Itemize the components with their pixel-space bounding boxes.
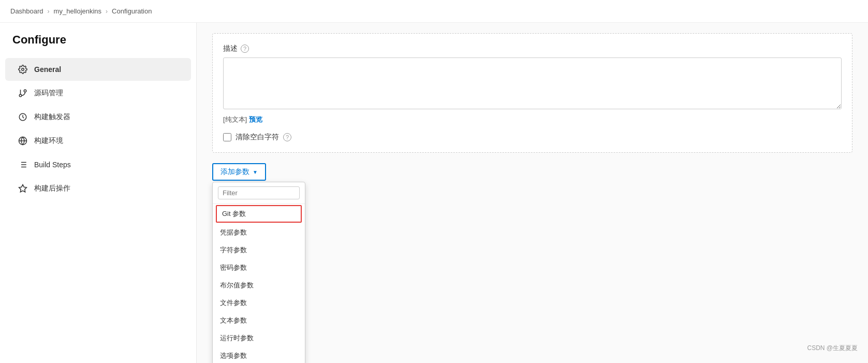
clear-whitespace-checkbox[interactable]	[223, 133, 231, 141]
sidebar-item-build-env[interactable]: 构建环境	[5, 129, 191, 152]
breadcrumb-sep-1: ›	[48, 8, 50, 15]
clear-whitespace-row: 清除空白字符 ?	[223, 133, 842, 142]
sidebar-item-env-label: 构建环境	[34, 136, 63, 146]
description-help-icon[interactable]: ?	[241, 45, 249, 53]
clear-whitespace-label: 清除空白字符	[236, 133, 279, 142]
breadcrumb: Dashboard › my_hellojenkins › Configurat…	[0, 0, 868, 23]
sidebar-item-build-steps[interactable]: Build Steps	[5, 153, 191, 176]
svg-point-2	[24, 90, 26, 92]
content-area: 描述 ? [纯文本] 预览 清除空白字符 ? 添加参数 ▼	[197, 23, 868, 363]
dropdown-filter-container	[213, 182, 305, 204]
sidebar-item-general-label: General	[34, 65, 61, 74]
sidebar-item-triggers-label: 构建触发器	[34, 112, 70, 122]
list-icon	[18, 159, 28, 170]
source-section-header: 源码	[212, 209, 852, 221]
diamond-icon	[18, 183, 28, 194]
description-textarea[interactable]	[223, 57, 842, 109]
svg-marker-13	[19, 185, 27, 192]
dropdown-item-git-param[interactable]: Git 参数	[216, 205, 302, 223]
none-radio-row	[212, 226, 852, 233]
sidebar-item-general[interactable]: General	[5, 58, 191, 81]
breadcrumb-current: Configuration	[112, 7, 152, 15]
dropdown-item-bool-param[interactable]: 布尔值参数	[213, 277, 305, 294]
breadcrumb-project[interactable]: my_hellojenkins	[54, 7, 102, 15]
preview-link[interactable]: 预览	[249, 115, 262, 123]
branch-icon	[18, 88, 28, 98]
dropdown-item-runtime-param[interactable]: 运行时参数	[213, 329, 305, 347]
plain-text-label: [纯文本]	[223, 115, 247, 123]
add-param-dropdown: Git 参数 凭据参数 字符参数 密码参数 布尔值参数 文件参数 文本参数 运行…	[212, 182, 305, 363]
sidebar-item-source-code[interactable]: 源码管理	[5, 82, 191, 105]
clock-icon	[18, 112, 28, 122]
dropdown-item-option-param[interactable]: 选项参数	[213, 347, 305, 363]
globe-icon	[18, 136, 28, 146]
dropdown-item-char-param[interactable]: 字符参数	[213, 241, 305, 259]
add-param-button[interactable]: 添加参数 ▼	[212, 163, 266, 181]
svg-point-3	[19, 94, 22, 97]
sidebar-item-build-triggers[interactable]: 构建触发器	[5, 106, 191, 128]
dropdown-item-password-param[interactable]: 密码参数	[213, 259, 305, 277]
svg-point-0	[22, 68, 24, 71]
sidebar-nav: General 源码管理	[0, 58, 196, 200]
add-param-label: 添加参数	[220, 167, 249, 177]
dropdown-filter-input[interactable]	[218, 186, 300, 199]
sidebar: Configure General	[0, 23, 197, 363]
sidebar-title: Configure	[0, 33, 196, 57]
dropdown-arrow-icon: ▼	[253, 169, 258, 175]
dropdown-item-text-param[interactable]: 文本参数	[213, 312, 305, 329]
sidebar-item-source-label: 源码管理	[34, 89, 63, 98]
description-section: 描述 ? [纯文本] 预览 清除空白字符 ?	[212, 33, 852, 153]
sidebar-item-post-build[interactable]: 构建后操作	[5, 177, 191, 200]
git-radio-row: Git ?	[212, 239, 852, 248]
description-label: 描述 ?	[223, 44, 842, 53]
breadcrumb-dashboard[interactable]: Dashboard	[10, 7, 43, 15]
clear-whitespace-help-icon[interactable]: ?	[283, 133, 291, 141]
plain-text-row: [纯文本] 预览	[223, 115, 842, 124]
add-param-container: 添加参数 ▼ Git 参数 凭据参数 字符参数 密码参数 布尔值参数 文件参数 …	[212, 163, 852, 181]
breadcrumb-sep-2: ›	[106, 8, 108, 15]
gear-icon	[18, 64, 28, 75]
sidebar-item-post-label: 构建后操作	[34, 184, 70, 193]
main-layout: Configure General	[0, 23, 868, 363]
sidebar-item-steps-label: Build Steps	[34, 161, 71, 169]
dropdown-item-file-param[interactable]: 文件参数	[213, 294, 305, 312]
dropdown-item-credential-param[interactable]: 凭据参数	[213, 224, 305, 241]
advanced-row: 高级	[212, 189, 852, 198]
watermark: CSDN @生夏夏夏	[807, 344, 858, 353]
